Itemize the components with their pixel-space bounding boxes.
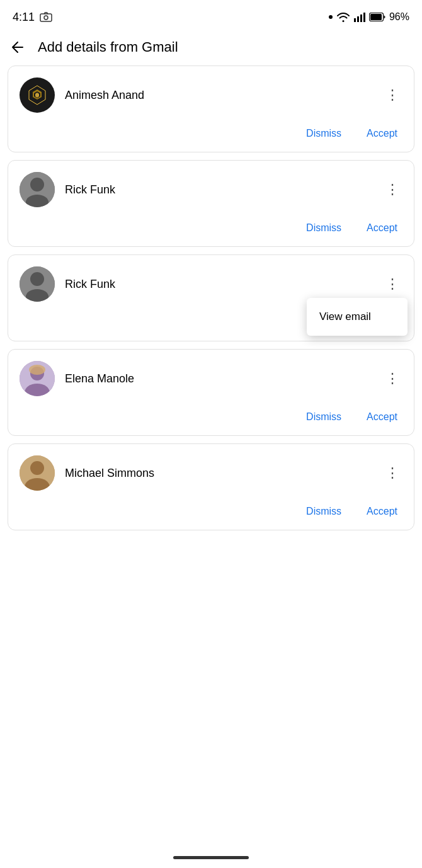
contact-card-michael: Michael Simmons ⋮ Dismiss Accept [8, 443, 414, 530]
more-button-elena[interactable]: ⋮ [382, 368, 402, 389]
contact-name-rick1: Rick Funk [65, 183, 115, 197]
card-header-left: Rick Funk [20, 266, 115, 302]
dismiss-button-elena[interactable]: Dismiss [301, 409, 346, 425]
dismiss-button-animesh[interactable]: Dismiss [301, 125, 346, 142]
card-header: Michael Simmons ⋮ [20, 455, 402, 491]
svg-point-24 [30, 461, 44, 475]
card-header: Animesh Anand ⋮ [20, 77, 402, 113]
accept-button-rick1[interactable]: Accept [362, 220, 402, 236]
back-button[interactable] [10, 40, 25, 55]
avatar-animesh [20, 77, 55, 113]
card-actions-animesh: Dismiss Accept [20, 125, 402, 142]
dismiss-button-rick1[interactable]: Dismiss [301, 220, 346, 236]
svg-point-1 [44, 16, 48, 20]
wifi-icon [336, 12, 350, 22]
status-bar: 4:11 96% [0, 0, 422, 31]
contact-card-elena: Elena Manole ⋮ Dismiss Accept [8, 349, 414, 436]
battery-percent: 96% [389, 11, 409, 23]
more-button-animesh[interactable]: ⋮ [382, 85, 402, 105]
more-button-rick2[interactable]: ⋮ [382, 274, 402, 294]
photo-icon [40, 12, 52, 22]
cards-container: Animesh Anand ⋮ Dismiss Accept Rick Funk [0, 66, 422, 530]
accept-button-animesh[interactable]: Accept [362, 125, 402, 142]
svg-point-22 [29, 365, 45, 375]
svg-point-14 [30, 178, 44, 191]
contact-card-rick1: Rick Funk ⋮ Dismiss Accept [8, 160, 414, 247]
view-email-menu-item[interactable]: View email [307, 302, 408, 332]
card-header-left: Elena Manole [20, 361, 134, 396]
svg-rect-2 [354, 18, 356, 22]
svg-point-17 [30, 272, 44, 286]
accept-button-michael[interactable]: Accept [362, 503, 402, 520]
card-header: Rick Funk ⋮ [20, 172, 402, 207]
contact-name-rick2: Rick Funk [65, 278, 115, 291]
contact-name-michael: Michael Simmons [65, 467, 154, 480]
card-header: Elena Manole ⋮ [20, 361, 402, 396]
contact-name-animesh: Animesh Anand [65, 89, 144, 102]
avatar-elena [20, 361, 55, 396]
svg-rect-4 [360, 14, 362, 22]
svg-rect-3 [357, 16, 359, 22]
status-time: 4:11 [13, 11, 52, 24]
page-title: Add details from Gmail [38, 39, 178, 55]
signal-icon [354, 12, 365, 22]
svg-rect-0 [40, 14, 52, 21]
svg-rect-7 [370, 14, 382, 20]
card-actions-elena: Dismiss Accept [20, 409, 402, 425]
card-header-left: Michael Simmons [20, 455, 154, 491]
accept-button-elena[interactable]: Accept [362, 409, 402, 425]
time-display: 4:11 [13, 11, 35, 24]
card-header-left: Animesh Anand [20, 77, 144, 113]
home-indicator [173, 856, 249, 859]
battery-icon [369, 13, 385, 21]
more-button-michael[interactable]: ⋮ [382, 463, 402, 483]
svg-rect-5 [363, 13, 365, 22]
popup-menu: View email [307, 298, 408, 336]
dismiss-button-michael[interactable]: Dismiss [301, 503, 346, 520]
avatar-rick1 [20, 172, 55, 207]
dot-icon [329, 15, 333, 19]
contact-card-animesh: Animesh Anand ⋮ Dismiss Accept [8, 66, 414, 152]
top-bar: Add details from Gmail [0, 31, 422, 66]
more-button-rick1[interactable]: ⋮ [382, 180, 402, 200]
contact-name-elena: Elena Manole [65, 372, 134, 385]
avatar-michael [20, 455, 55, 491]
card-header: Rick Funk ⋮ [20, 266, 402, 302]
card-actions-michael: Dismiss Accept [20, 503, 402, 520]
avatar-rick2 [20, 266, 55, 302]
status-icons: 96% [329, 11, 409, 23]
contact-card-rick2: Rick Funk ⋮ Dismiss Accept View email [8, 254, 414, 341]
card-header-left: Rick Funk [20, 172, 115, 207]
card-actions-rick1: Dismiss Accept [20, 220, 402, 236]
